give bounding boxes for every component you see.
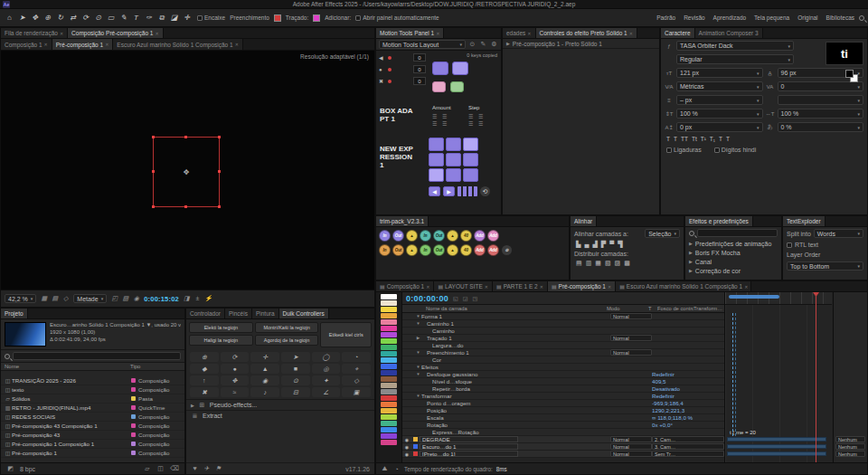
panel-tab[interactable]: Composição Pré-composição 1✕ xyxy=(68,28,164,38)
close-tab-icon[interactable]: ✕ xyxy=(527,31,531,36)
timeline-property-row[interactable]: Nível d…sfoque 409,5 xyxy=(402,378,724,385)
motion-preset-button[interactable] xyxy=(432,62,448,75)
controller-icon[interactable]: ♪ xyxy=(250,387,279,397)
label-color-chip[interactable] xyxy=(131,442,136,446)
trim-button[interactable]: Out xyxy=(433,230,445,242)
auto-open-checkbox-box[interactable] xyxy=(355,15,361,21)
selection-handle[interactable] xyxy=(184,136,187,138)
auto-open-panel-checkbox[interactable]: Abrir painel automaticamente xyxy=(355,14,439,21)
distribute-button[interactable]: ▦ xyxy=(595,260,601,267)
controller-icon[interactable]: ⊙ xyxy=(281,375,310,385)
selection-handle[interactable] xyxy=(218,136,221,138)
duik-region-button[interactable]: Haligi la regiojn xyxy=(189,335,253,346)
close-tab-icon[interactable]: ✕ xyxy=(44,42,48,47)
panel-tab[interactable]: Duik Controllers xyxy=(279,309,329,318)
property-value[interactable]: 1290,2;221,3 xyxy=(652,407,724,413)
timeline-property-row[interactable]: Express…Rotação xyxy=(402,429,724,436)
trim-button[interactable]: ▲ xyxy=(406,244,418,256)
faux-style-button[interactable]: T xyxy=(666,136,670,142)
faux-style-button[interactable]: Tt xyxy=(692,136,697,142)
stroke-width-select[interactable]: – px▾ xyxy=(676,95,763,105)
trim-button[interactable]: Out xyxy=(392,230,404,242)
next-button[interactable]: ▶ xyxy=(443,186,455,196)
panel-tab[interactable]: Caractere xyxy=(661,28,695,38)
close-tab-icon[interactable]: ✕ xyxy=(60,31,63,36)
project-item-row[interactable]: ▥ RETRO - JURIDIQ(FINAL).mp4 QuickTime xyxy=(1,404,184,413)
faux-style-button[interactable]: TT xyxy=(681,136,688,142)
duik-region-button[interactable]: Elekti la regiojn xyxy=(189,322,253,333)
distribute-button[interactable]: ▩ xyxy=(624,260,630,267)
trim-button[interactable]: ▲ xyxy=(447,244,458,256)
layer-name[interactable]: DEGRADE xyxy=(420,436,518,442)
settings-icon[interactable]: ⚙ xyxy=(490,41,498,48)
column-trkmat[interactable]: Fosco de controle xyxy=(657,306,693,311)
panel-tab[interactable]: Animation Composer 3 xyxy=(695,28,763,38)
distribute-button[interactable]: ▥ xyxy=(586,260,592,267)
property-value[interactable]: Redefinir xyxy=(652,371,724,377)
tool-button[interactable]: ⧉ xyxy=(156,12,167,24)
tool-button[interactable]: ➤ xyxy=(16,12,28,24)
layer-name[interactable]: Escuro…do 1 xyxy=(420,443,518,450)
distribute-button[interactable]: ▧ xyxy=(605,260,611,267)
pin-icon[interactable]: ⊙ xyxy=(468,41,476,48)
ligatures-checkbox[interactable]: Ligaduras xyxy=(666,147,702,153)
close-tab-icon[interactable]: ✕ xyxy=(485,284,488,290)
extract-row[interactable]: ≣ Extract xyxy=(186,410,374,421)
color-swatch[interactable] xyxy=(381,345,397,350)
font-style-select[interactable]: Regular▾ xyxy=(676,54,794,64)
composition-viewport[interactable]: Resolução adaptável (1/1) ✥ xyxy=(1,51,374,290)
selection-handle[interactable] xyxy=(152,205,155,208)
faux-style-button[interactable]: T xyxy=(674,136,677,142)
panel-tab[interactable]: Controlador xyxy=(186,309,225,318)
distribute-button[interactable]: ▤ xyxy=(576,260,582,267)
color-swatch[interactable] xyxy=(381,364,397,369)
controller-icon[interactable]: ✖ xyxy=(190,387,219,397)
close-tab-icon[interactable]: ✕ xyxy=(105,42,108,47)
track-matte-select[interactable]: 3. Cam… xyxy=(652,443,724,450)
timeline-property-row[interactable]: Cor xyxy=(402,356,724,364)
vertical-scale-select[interactable]: 100 %▾ xyxy=(676,109,763,119)
controller-icon[interactable]: ◎ xyxy=(312,364,341,374)
color-swatch[interactable] xyxy=(381,357,397,363)
hindi-digits-checkbox[interactable]: Dígitos hindi xyxy=(714,147,757,153)
tool-button[interactable]: ⊕ xyxy=(42,12,53,24)
faux-style-button[interactable]: T xyxy=(719,136,722,142)
tab-effects-presets[interactable]: Efeitos e predefinições xyxy=(685,216,753,226)
trim-button[interactable]: 40 xyxy=(460,244,472,256)
controller-icon[interactable]: ✦ xyxy=(312,375,341,385)
pink-tool-button[interactable] xyxy=(432,81,446,92)
motion-value-input[interactable]: 0 xyxy=(413,65,426,73)
timeline-property-row[interactable]: ▶ Traçado 1 Normal xyxy=(402,335,724,342)
color-swatch[interactable] xyxy=(381,389,397,394)
trim-button[interactable]: Add xyxy=(487,230,499,242)
workspace-tab[interactable]: Padrão xyxy=(656,14,675,21)
keyframe-dot-icon[interactable] xyxy=(388,56,392,60)
label-color-chip[interactable] xyxy=(131,387,136,392)
panel-tab[interactable]: Controles do efeito Preto Sólido 1✕ xyxy=(536,28,637,38)
layer-duration-bar[interactable] xyxy=(727,437,826,442)
timeline-property-row[interactable]: ▼ Caminho 1 xyxy=(402,320,724,328)
step-options[interactable]: ☰☰☰☰ xyxy=(468,113,487,127)
color-swatch[interactable] xyxy=(381,351,397,356)
controller-icon[interactable]: ➤ xyxy=(281,352,310,362)
color-swatch[interactable] xyxy=(381,408,397,413)
timeline-tab[interactable]: ▤Composição 1✕ xyxy=(376,281,434,291)
project-item-row[interactable]: ◫ Pré-composição 1 Composição xyxy=(1,449,184,458)
align-button[interactable]: ▛ xyxy=(601,241,606,248)
viewer-icon[interactable]: ◰ xyxy=(110,295,118,302)
color-swatch[interactable] xyxy=(381,433,397,439)
twirl-icon[interactable]: ▼ xyxy=(415,314,421,318)
layer-color-chip[interactable] xyxy=(413,444,418,449)
label-color-chip[interactable] xyxy=(131,405,136,410)
track-matte-select[interactable]: 2. Cam… xyxy=(652,436,724,442)
snap-checkbox[interactable]: Encaixe xyxy=(197,14,225,21)
composition-tab[interactable]: Composição 1✕ xyxy=(1,39,52,50)
twirl-icon[interactable]: ▼ xyxy=(415,321,421,326)
label-color-chip[interactable] xyxy=(131,432,136,437)
font-size-select[interactable]: 121 px▾ xyxy=(676,68,763,78)
viewer-icon[interactable]: ⚡ xyxy=(204,295,212,302)
blend-mode-select[interactable]: Normal xyxy=(610,335,652,341)
twirl-icon[interactable]: ▼ xyxy=(415,350,421,355)
effect-category-row[interactable]: ▶ Predefinições de animação xyxy=(685,239,781,248)
tool-button[interactable]: T xyxy=(130,12,142,24)
